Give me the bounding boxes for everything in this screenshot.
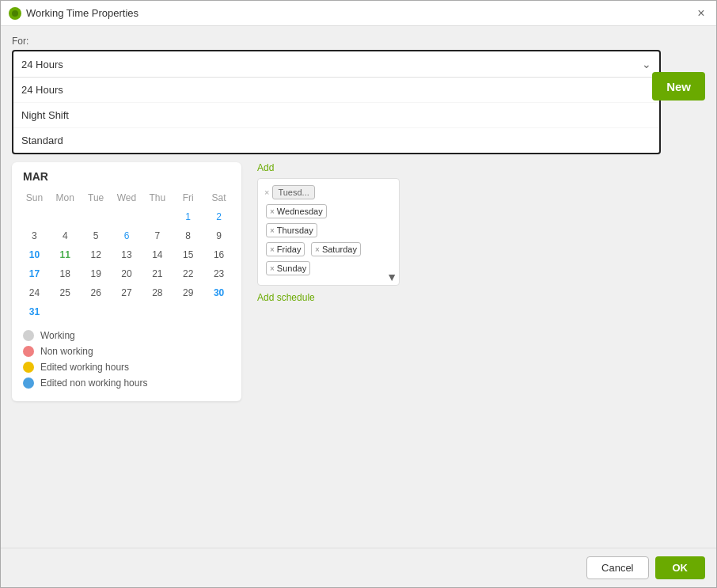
cal-header-wed: Wed — [112, 189, 142, 207]
dropdown-list: 24 Hours Night Shift Standard — [13, 78, 659, 153]
cal-cell-19[interactable]: 19 — [82, 265, 111, 283]
dropdown-container: 24 Hours ⌄ 24 Hours Night Shift Standard… — [12, 50, 705, 154]
sunday-tag[interactable]: ×Sunday — [266, 261, 310, 275]
cal-cell — [82, 208, 111, 226]
cal-cell-23[interactable]: 23 — [204, 265, 233, 283]
days-scroll-button[interactable]: ▼ — [386, 271, 397, 283]
cal-cell-empty6 — [204, 303, 233, 321]
dialog-title: Working Time Properties — [26, 7, 138, 19]
cal-cell-15[interactable]: 15 — [173, 246, 203, 264]
cal-cell — [142, 208, 172, 226]
cal-cell — [51, 208, 80, 226]
add-schedule-link[interactable]: Add schedule — [257, 292, 705, 303]
new-button[interactable]: New — [652, 72, 705, 101]
thursday-tag[interactable]: ×Thursday — [266, 223, 317, 237]
tuesday-tag[interactable]: Tuesd... — [272, 185, 314, 199]
cal-cell-16[interactable]: 16 — [204, 246, 233, 264]
cal-cell-9[interactable]: 9 — [204, 227, 233, 245]
thursday-row: ×Thursday — [264, 222, 393, 239]
cal-cell-11[interactable]: 11 — [51, 246, 80, 264]
cal-cell-14[interactable]: 14 — [142, 246, 172, 264]
calendar-section: MAR Sun Mon Tue Wed Thu Fri Sat 1 — [12, 162, 241, 401]
sunday-remove[interactable]: × — [270, 264, 275, 273]
wednesday-remove[interactable]: × — [270, 207, 275, 216]
dropdown-header[interactable]: 24 Hours ⌄ — [13, 51, 659, 78]
wednesday-tag[interactable]: ×Wednesday — [266, 204, 327, 218]
cal-cell-12[interactable]: 12 — [82, 246, 111, 264]
cal-cell-8[interactable]: 8 — [173, 227, 203, 245]
saturday-remove[interactable]: × — [315, 245, 320, 254]
sunday-row: ×Sunday — [264, 260, 393, 277]
cal-cell-6[interactable]: 6 — [112, 227, 142, 245]
cal-cell-25[interactable]: 25 — [51, 284, 80, 302]
legend-edited-working: Edited working hours — [23, 362, 230, 373]
cal-cell-21[interactable]: 21 — [142, 265, 172, 283]
edited-nonworking-dot — [23, 377, 34, 389]
cal-cell-29[interactable]: 29 — [173, 284, 203, 302]
cal-cell-27[interactable]: 27 — [112, 284, 142, 302]
cal-cell-5[interactable]: 5 — [82, 227, 111, 245]
add-link[interactable]: Add — [257, 162, 705, 173]
friday-remove[interactable]: × — [270, 245, 275, 254]
for-label: For: — [12, 36, 705, 47]
cancel-button[interactable]: Cancel — [586, 556, 648, 579]
saturday-tag[interactable]: ×Saturday — [311, 242, 361, 256]
dialog-body: For: 24 Hours ⌄ 24 Hours Night Shift Sta… — [1, 26, 716, 548]
legend-nonworking-label: Non working — [40, 346, 93, 357]
schedule-section: Add × Tuesd... ×Wednesday — [257, 162, 705, 401]
tuesday-remove[interactable]: × — [264, 188, 269, 197]
title-bar: Working Time Properties × — [1, 1, 716, 26]
cal-header-mon: Mon — [51, 189, 80, 207]
cal-cell-20[interactable]: 20 — [112, 265, 142, 283]
friday-saturday-row: ×Friday ×Saturday — [264, 241, 393, 258]
cal-cell-1[interactable]: 1 — [173, 208, 203, 226]
legend-nonworking: Non working — [23, 346, 230, 357]
cal-cell-2[interactable]: 2 — [204, 208, 233, 226]
cal-cell-13[interactable]: 13 — [112, 246, 142, 264]
cal-cell-empty3 — [112, 303, 142, 321]
cal-cell — [20, 208, 49, 226]
nonworking-dot — [23, 346, 34, 357]
cal-header-sat: Sat — [204, 189, 233, 207]
calendar-grid: Sun Mon Tue Wed Thu Fri Sat 1 2 3 — [20, 189, 233, 321]
ok-button[interactable]: OK — [655, 556, 706, 579]
cal-header-tue: Tue — [82, 189, 111, 207]
cal-cell-17[interactable]: 17 — [20, 265, 49, 283]
days-selector: × Tuesd... ×Wednesday ×Thursday — [257, 178, 400, 286]
close-button[interactable]: × — [694, 6, 708, 21]
cal-header-fri: Fri — [173, 189, 203, 207]
cal-cell-26[interactable]: 26 — [82, 284, 111, 302]
legend-edited-nonworking-label: Edited non working hours — [40, 377, 147, 389]
cal-cell — [112, 208, 142, 226]
cal-cell-10[interactable]: 10 — [20, 246, 49, 264]
cal-cell-24[interactable]: 24 — [20, 284, 49, 302]
dropdown-item-24hours[interactable]: 24 Hours — [13, 78, 659, 103]
cal-cell-empty1 — [51, 303, 80, 321]
cal-cell-7[interactable]: 7 — [142, 227, 172, 245]
legend-working: Working — [23, 330, 230, 341]
dropdown-item-standard[interactable]: Standard — [13, 128, 659, 153]
dialog-footer: Cancel OK — [1, 548, 716, 587]
cal-cell-4[interactable]: 4 — [51, 227, 80, 245]
legend-edited-working-label: Edited working hours — [40, 362, 129, 373]
legend-working-label: Working — [40, 330, 75, 341]
cal-cell-28[interactable]: 28 — [142, 284, 172, 302]
cal-cell-22[interactable]: 22 — [173, 265, 203, 283]
days-container: × Tuesd... ×Wednesday ×Thursday — [257, 178, 400, 286]
tuesday-row: × Tuesd... — [264, 185, 393, 199]
legend-edited-nonworking: Edited non working hours — [23, 377, 230, 389]
thursday-remove[interactable]: × — [270, 226, 275, 235]
dropdown-item-nightshift[interactable]: Night Shift — [13, 103, 659, 128]
working-dot — [23, 330, 34, 341]
title-bar-left: Working Time Properties — [9, 7, 138, 20]
cal-cell-31[interactable]: 31 — [20, 303, 49, 321]
chevron-up-icon: ⌄ — [642, 58, 651, 70]
cal-cell-3[interactable]: 3 — [20, 227, 49, 245]
cal-cell-30[interactable]: 30 — [204, 284, 233, 302]
cal-cell-18[interactable]: 18 — [51, 265, 80, 283]
schedule-dropdown[interactable]: 24 Hours ⌄ 24 Hours Night Shift Standard — [12, 50, 661, 154]
cal-cell-empty2 — [82, 303, 111, 321]
cal-cell-empty5 — [173, 303, 203, 321]
friday-tag[interactable]: ×Friday — [266, 242, 305, 256]
wednesday-row: ×Wednesday — [264, 203, 393, 220]
